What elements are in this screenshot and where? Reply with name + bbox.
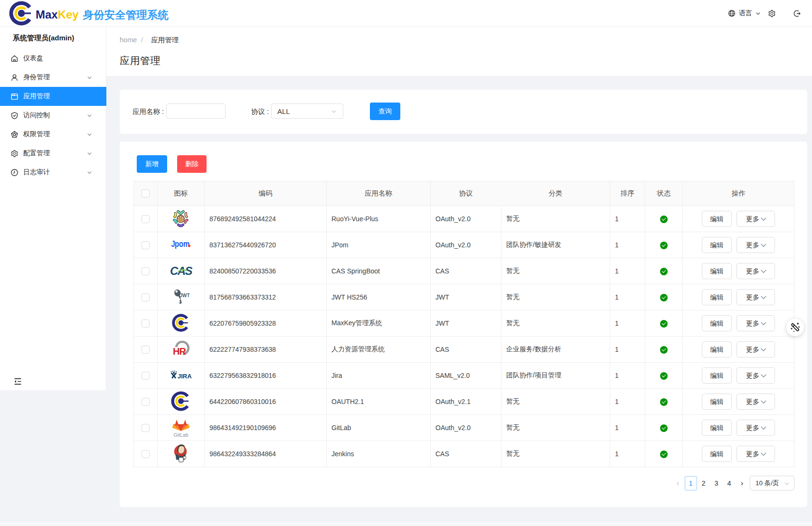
svg-text:pom: pom: [175, 239, 189, 249]
svg-text:CAS: CAS: [170, 264, 193, 277]
svg-text:JIRA: JIRA: [178, 373, 192, 380]
svg-text:HR: HR: [173, 346, 186, 357]
svg-text:GitLab: GitLab: [174, 432, 189, 438]
svg-text:JWT: JWT: [180, 292, 190, 298]
